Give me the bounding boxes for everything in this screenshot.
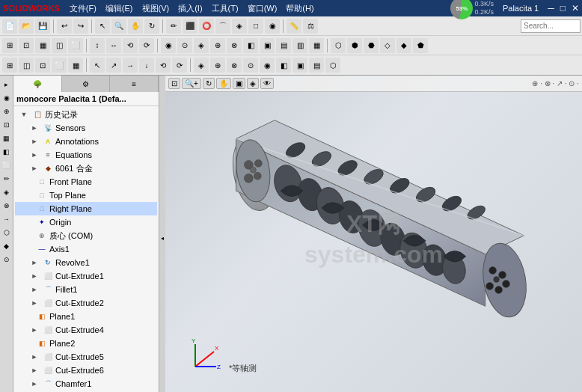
- tree-item-annotations[interactable]: ► A Annotations: [15, 135, 157, 148]
- tb2-btn25[interactable]: ⬟: [413, 38, 428, 53]
- tb2-btn8[interactable]: ⟲: [123, 38, 138, 53]
- toggle-sensors[interactable]: ►: [28, 122, 40, 134]
- menu-edit[interactable]: 编辑(E): [102, 1, 137, 16]
- tb2-btn18[interactable]: ▥: [292, 38, 307, 53]
- tb2-btn12[interactable]: ◈: [194, 38, 209, 53]
- side-icon-7[interactable]: ⬜: [1, 159, 13, 171]
- panel-resize-handle[interactable]: ◂: [159, 76, 165, 392]
- tb2-btn4[interactable]: ◫: [52, 38, 67, 53]
- tb2-btn7[interactable]: ↔: [106, 38, 121, 53]
- menu-file[interactable]: 文件(F): [66, 1, 100, 16]
- tree-item-equations[interactable]: ► ≡ Equations: [15, 148, 157, 162]
- tree-item-com[interactable]: ⊕ 质心 (COM): [15, 229, 157, 242]
- side-icon-5[interactable]: ▦: [1, 132, 13, 144]
- tb3-btn15[interactable]: ⊙: [243, 58, 258, 73]
- vp-view-sel[interactable]: ▣: [233, 78, 245, 89]
- undo-btn[interactable]: ↩: [57, 19, 72, 34]
- tab-properties[interactable]: ⚙: [62, 76, 111, 92]
- tb2-btn2[interactable]: ⊡: [19, 38, 34, 53]
- tree-item-plane1[interactable]: ◧ Plane1: [15, 310, 157, 323]
- side-icon-6[interactable]: ◧: [1, 146, 13, 158]
- side-icon-4[interactable]: ⊡: [1, 119, 13, 131]
- chamfer-btn[interactable]: ◈: [232, 19, 247, 34]
- side-icon-12[interactable]: ⬡: [1, 227, 13, 239]
- select-btn[interactable]: ↖: [95, 19, 110, 34]
- measure-btn[interactable]: 📏: [287, 19, 301, 34]
- toggle-cut-extrude1[interactable]: ►: [28, 270, 40, 282]
- tree-item-front-plane[interactable]: □ Front Plane: [15, 175, 157, 189]
- save-btn[interactable]: 💾: [35, 19, 50, 34]
- tb2-btn1[interactable]: ⊞: [2, 38, 17, 53]
- tree-item-axis1[interactable]: — Axis1: [15, 242, 157, 256]
- tb3-btn8[interactable]: →: [123, 58, 138, 73]
- toggle-chamfer1[interactable]: ►: [28, 378, 40, 390]
- toggle-material[interactable]: ►: [28, 162, 40, 174]
- tree-item-right-plane[interactable]: □ Right Plane: [15, 202, 157, 215]
- toggle-cut-extrude6[interactable]: ►: [28, 364, 40, 376]
- tb2-btn23[interactable]: ◇: [380, 38, 395, 53]
- vp-rotate[interactable]: ↻: [203, 78, 215, 89]
- side-icon-2[interactable]: ◉: [1, 92, 13, 104]
- vp-display[interactable]: ◈: [247, 78, 259, 89]
- tree-item-cut-extrude1[interactable]: ► ⬜ Cut-Extrude1: [15, 269, 157, 283]
- revolve-btn[interactable]: ⭕: [199, 19, 214, 34]
- minimize-button[interactable]: ─: [548, 3, 554, 13]
- tb2-btn9[interactable]: ⟳: [139, 38, 154, 53]
- menu-view[interactable]: 视图(V): [138, 1, 174, 16]
- tree-item-plane2[interactable]: ◧ Plane2: [15, 337, 157, 350]
- side-icon-14[interactable]: ⊙: [1, 254, 13, 266]
- menu-tools[interactable]: 工具(T): [208, 1, 242, 16]
- tree-item-history[interactable]: ▼ 📋 历史记录: [15, 108, 157, 121]
- toggle-equations[interactable]: ►: [28, 149, 40, 161]
- tb3-btn20[interactable]: ⬡: [325, 58, 340, 73]
- redo-btn[interactable]: ↪: [73, 19, 88, 34]
- sketch-btn[interactable]: ✏: [166, 19, 181, 34]
- toggle-cut-extrude2[interactable]: ►: [28, 297, 40, 309]
- tb3-btn5[interactable]: ▦: [68, 58, 83, 73]
- tab-model-tree[interactable]: 🌳: [13, 76, 62, 92]
- tb3-btn9[interactable]: ↓: [139, 58, 154, 73]
- toggle-history[interactable]: ▼: [18, 108, 30, 120]
- 3d-model-view[interactable]: [165, 76, 582, 367]
- tb2-btn22[interactable]: ⬣: [364, 38, 379, 53]
- mass-btn[interactable]: ⚖: [303, 19, 318, 34]
- toggle-cut-extrude4[interactable]: ►: [28, 324, 40, 336]
- viewport[interactable]: ⊡ 🔍+ ↻ ✋ ▣ ◈ 👁 ⊕ · ⊗ · ↗ · ⊙ ·: [165, 76, 582, 392]
- tb3-btn1[interactable]: ⊞: [2, 58, 17, 73]
- close-button[interactable]: ✕: [572, 3, 579, 13]
- tb2-btn5[interactable]: ⬜: [68, 38, 83, 53]
- tb2-btn3[interactable]: ▦: [35, 38, 50, 53]
- zoom-btn[interactable]: 🔍: [111, 19, 126, 34]
- tree-item-fillet1[interactable]: ► ⌒ Fillet1: [15, 283, 157, 296]
- rotate-btn[interactable]: ↻: [144, 19, 159, 34]
- tree-item-cut-extrude2[interactable]: ► ⬜ Cut-Extrude2: [15, 296, 157, 310]
- tb3-btn16[interactable]: ◉: [260, 58, 275, 73]
- pan-btn[interactable]: ✋: [128, 19, 143, 34]
- vp-zoom-in[interactable]: 🔍+: [182, 78, 201, 89]
- tb3-btn17[interactable]: ◧: [276, 58, 291, 73]
- tree-item-sensors[interactable]: ► 📡 Sensors: [15, 121, 157, 135]
- tb2-btn10[interactable]: ◉: [161, 38, 176, 53]
- side-icon-8[interactable]: ✏: [1, 173, 13, 185]
- toggle-revolve1[interactable]: ►: [28, 257, 40, 269]
- tb2-btn11[interactable]: ⊙: [177, 38, 192, 53]
- tb3-btn2[interactable]: ◫: [19, 58, 34, 73]
- tb3-btn13[interactable]: ⊕: [210, 58, 225, 73]
- tb2-btn6[interactable]: ↕: [90, 38, 105, 53]
- tb2-btn20[interactable]: ⬡: [331, 38, 346, 53]
- tb3-btn14[interactable]: ⊗: [227, 58, 242, 73]
- tb2-btn24[interactable]: ◆: [396, 38, 411, 53]
- tree-item-origin[interactable]: ✦ Origin: [15, 215, 157, 229]
- shell-btn[interactable]: □: [248, 19, 263, 34]
- toggle-annotations[interactable]: ►: [28, 135, 40, 147]
- tree-item-material[interactable]: ► ◆ 6061 合金: [15, 162, 157, 175]
- tb2-btn21[interactable]: ⬢: [347, 38, 362, 53]
- tb3-btn10[interactable]: ⟲: [156, 58, 171, 73]
- search-input[interactable]: [521, 19, 581, 33]
- tb2-btn19[interactable]: ▦: [309, 38, 324, 53]
- menu-window[interactable]: 窗口(W): [244, 1, 281, 16]
- new-btn[interactable]: 📄: [2, 19, 17, 34]
- side-icon-3[interactable]: ⊕: [1, 105, 13, 117]
- tb2-btn13[interactable]: ⊕: [210, 38, 225, 53]
- mate-btn[interactable]: ◉: [265, 19, 280, 34]
